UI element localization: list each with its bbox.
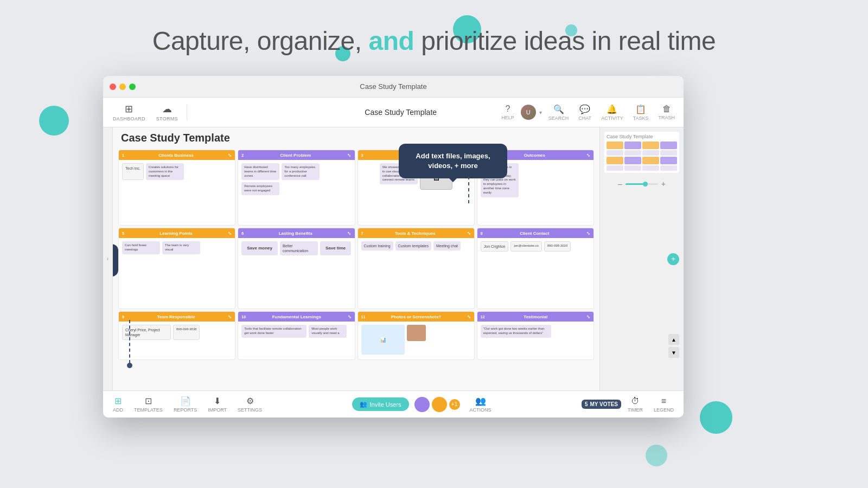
mini-cell-12 xyxy=(660,157,677,164)
storms-btn[interactable]: ☁ STORMS xyxy=(152,100,182,125)
help-icon: ? xyxy=(506,104,510,114)
more-users-badge[interactable]: +1 xyxy=(449,399,460,410)
section-7-expand[interactable]: ⤡ xyxy=(467,231,471,236)
chat-icon: 💬 xyxy=(579,104,590,114)
user-avatar[interactable]: U xyxy=(521,105,536,120)
settings-label: SETTINGS xyxy=(238,407,262,413)
add-label: ADD xyxy=(113,407,123,413)
section-9-expand[interactable]: ⤡ xyxy=(228,314,232,319)
section-11-label: Photos or Screenshots? xyxy=(391,314,441,319)
invite-users-btn[interactable]: 👥 Invite Users xyxy=(352,397,409,411)
section-12-num: 12 xyxy=(481,315,485,319)
section-7-header: 7 Tools & Techniques ⤡ xyxy=(358,228,474,238)
section-12: 12 Testimonial ⤡ "Our work got done two … xyxy=(477,311,594,360)
mini-cell-8 xyxy=(660,150,677,156)
help-label: HELP xyxy=(501,115,514,120)
settings-btn[interactable]: ⚙ SETTINGS xyxy=(233,394,266,415)
actions-icon: 👥 xyxy=(475,396,486,406)
section-2-expand[interactable]: ⤡ xyxy=(347,153,351,158)
trash-btn[interactable]: 🗑 TRASH xyxy=(655,102,678,123)
search-btn[interactable]: 🔍 SEARCH xyxy=(545,102,572,123)
dashboard-btn[interactable]: ⊞ DASHBOARD xyxy=(108,100,150,125)
expand-btn[interactable]: + xyxy=(667,253,679,265)
chat-btn[interactable]: 💬 CHAT xyxy=(575,102,595,123)
section-7-body: Custom training Custom templates Meeting… xyxy=(358,238,474,309)
section-6-header: 6 Lasting Benefits ⤡ xyxy=(238,228,354,238)
section-5-header: 5 Learning Points ⤡ xyxy=(119,228,235,238)
templates-btn[interactable]: ⊡ TEMPLATES xyxy=(130,394,167,415)
votes-label: MY VOTES xyxy=(590,401,618,407)
mini-map-preview: Case Study Template xyxy=(604,132,679,173)
section-10: 10 Fundamental Learnings ⤡ Tools that fa… xyxy=(238,311,355,360)
maximize-button[interactable] xyxy=(129,84,136,90)
section-10-label: Fundamental Learnings xyxy=(272,314,321,319)
section-8-expand[interactable]: ⤡ xyxy=(586,231,590,236)
zoom-in-btn[interactable]: + xyxy=(661,179,666,188)
actions-btn[interactable]: 👥 ACTIONS xyxy=(465,394,496,415)
add-icon: ⊞ xyxy=(114,396,122,406)
section-11-num: 11 xyxy=(361,315,366,319)
add-btn[interactable]: ⊞ ADD xyxy=(108,394,127,415)
mini-cell-4 xyxy=(660,142,677,149)
note-custom-training: Custom training xyxy=(361,241,393,251)
screenshot-placeholder: 📊 xyxy=(361,325,405,355)
mini-cell-13 xyxy=(607,165,623,171)
legend-btn[interactable]: ≡ LEGEND xyxy=(649,394,678,415)
tasks-icon: 📋 xyxy=(635,104,646,114)
import-btn[interactable]: ⬇ IMPORT xyxy=(203,394,231,415)
main-canvas[interactable]: Case Study Template Never run out of spa… xyxy=(113,127,599,390)
zoom-slider-container[interactable] xyxy=(626,183,658,185)
bottom-toolbar: ⊞ ADD ⊡ TEMPLATES 📄 REPORTS ⬇ IMPORT ⚙ S… xyxy=(103,390,684,418)
section-12-expand[interactable]: ⤡ xyxy=(586,314,590,319)
section-7-num: 7 xyxy=(361,232,363,235)
toolbar-left: ⊞ DASHBOARD ☁ STORMS xyxy=(108,100,303,125)
headline-highlight: and xyxy=(369,27,414,55)
section-11: 11 Photos or Screenshots? ⤡ 📊 xyxy=(358,311,475,360)
my-votes-badge[interactable]: 5 MY VOTES xyxy=(582,400,621,409)
section-4-label: Outcomes xyxy=(524,153,545,158)
note-email: jon@clientsite.co xyxy=(510,241,541,252)
section-11-expand[interactable]: ⤡ xyxy=(467,314,471,319)
deco-circle-4 xyxy=(39,106,69,136)
nav-up-btn[interactable]: ▲ xyxy=(668,334,679,345)
nav-arrows: ▲ ▼ xyxy=(668,334,679,358)
help-btn[interactable]: ? HELP xyxy=(498,102,518,123)
trash-label: TRASH xyxy=(658,115,675,120)
section-2: 2 Client Problem ⤡ Have distributed team… xyxy=(238,150,355,226)
minimize-button[interactable] xyxy=(119,84,126,90)
close-button[interactable] xyxy=(110,84,116,90)
section-12-header: 12 Testimonial ⤡ xyxy=(477,312,593,322)
zoom-out-btn[interactable]: – xyxy=(618,179,622,188)
section-4-expand[interactable]: ⤡ xyxy=(586,153,590,158)
mini-cell-2 xyxy=(624,142,641,149)
mini-map-label: Case Study Template xyxy=(607,134,677,139)
trash-icon: 🗑 xyxy=(662,104,671,114)
note-better-comm: Better communication xyxy=(280,241,318,255)
section-5-label: Learning Points xyxy=(159,231,192,236)
traffic-lights xyxy=(110,84,136,90)
section-2-header: 2 Client Problem ⤡ xyxy=(238,150,354,160)
timer-icon: ⏱ xyxy=(631,396,640,406)
user-avatar-2 xyxy=(432,397,447,412)
toolbar-right: ? HELP U ▾ 🔍 SEARCH 💬 CHAT 🔔 ACTIVITY 📋 … xyxy=(498,102,678,123)
section-6-body: Save money Better communication Save tim… xyxy=(238,238,354,309)
mini-cell-11 xyxy=(642,157,659,164)
section-6-expand[interactable]: ⤡ xyxy=(347,231,351,236)
tasks-btn[interactable]: 📋 TASKS xyxy=(630,102,652,123)
nav-down-btn[interactable]: ▼ xyxy=(668,347,679,358)
section-10-expand[interactable]: ⤡ xyxy=(348,314,352,319)
reports-btn[interactable]: 📄 REPORTS xyxy=(169,394,201,415)
section-2-body: Have distributed teams in different time… xyxy=(238,160,354,225)
timer-btn[interactable]: ⏱ TIMER xyxy=(623,394,647,415)
section-5-expand[interactable]: ⤡ xyxy=(228,231,232,236)
actions-label: ACTIONS xyxy=(470,407,492,413)
mini-cell-9 xyxy=(607,157,623,164)
section-1-expand[interactable]: ⤡ xyxy=(228,153,232,158)
activity-label: ACTIVITY xyxy=(601,115,623,121)
section-9-body: Cheryl Price, Project Manager 898-098-38… xyxy=(119,322,235,354)
infinite-canvas-tooltip: Never run out of space with our infinite… xyxy=(113,244,118,277)
activity-btn[interactable]: 🔔 ACTIVITY xyxy=(598,102,627,123)
sidebar-toggle[interactable]: › xyxy=(103,127,113,390)
section-2-label: Client Problem xyxy=(280,153,311,158)
zoom-thumb[interactable] xyxy=(643,182,648,187)
